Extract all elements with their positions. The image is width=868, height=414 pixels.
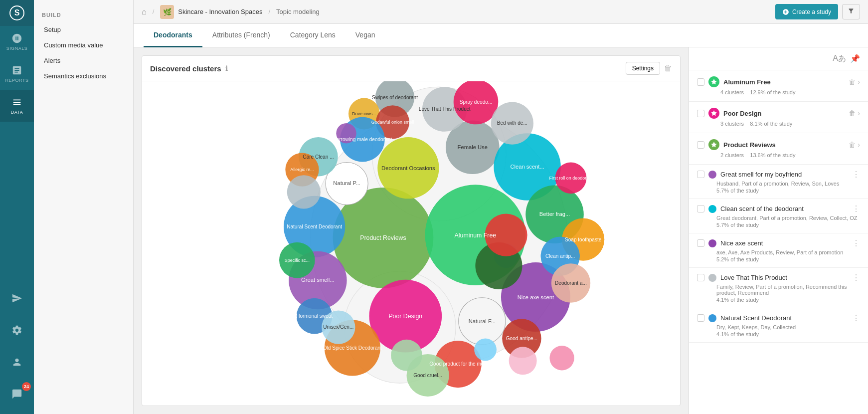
create-study-button[interactable]: Create a study (775, 4, 838, 19)
aluminum-free-pct: 12.9% of the study (750, 89, 795, 95)
svg-text:Nice axe scent: Nice axe scent (518, 294, 554, 300)
nice-axe-checkbox[interactable] (697, 239, 704, 247)
product-reviews-clusters: 2 clusters (720, 152, 744, 158)
nav-settings[interactable] (0, 314, 34, 346)
svg-text:Aluminum Free: Aluminum Free (455, 232, 497, 239)
svg-text:S: S (14, 8, 20, 17)
sidebar-item-setup[interactable]: Setup (34, 22, 133, 37)
clean-scent-tags: Great deodorant, Part of a promotion, Re… (716, 215, 860, 221)
love-that-tags: Family, Review, Part of a promotion, Rec… (716, 284, 860, 296)
sidebar-item-custom-media[interactable]: Custom media value (34, 37, 133, 53)
svg-text:Hormonal sweat: Hormonal sweat (296, 313, 333, 319)
natural-scent-tags: Dry, Kept, Keeps, Day, Collected (716, 324, 860, 330)
settings-button[interactable]: Settings (626, 62, 660, 75)
great-smell-more[interactable]: ⋮ (852, 170, 860, 179)
clean-scent-dot (708, 205, 716, 213)
great-smell-checkbox[interactable] (697, 171, 704, 178)
svg-text:Product Reviews: Product Reviews (360, 234, 406, 241)
clean-scent-more[interactable]: ⋮ (852, 204, 860, 213)
svg-text:Deodorant Occasions: Deodorant Occasions (381, 165, 435, 171)
great-smell-dot (708, 171, 716, 179)
love-that-checkbox[interactable] (697, 274, 704, 281)
tab-vegan[interactable]: Vegan (346, 24, 385, 47)
cluster-info-icon[interactable]: ℹ (225, 64, 228, 72)
page-name: Topic modeling (276, 8, 320, 15)
aluminum-free-checkbox[interactable] (697, 78, 704, 86)
natural-scent-pct: 4.1% of the study (716, 331, 860, 337)
great-smell-name: Great smell for my boyfriend (720, 171, 848, 178)
nav-reports[interactable]: REPORTS (0, 58, 34, 90)
delete-button[interactable]: 🗑 (664, 62, 672, 75)
poor-design-pct: 8.1% of the study (750, 121, 792, 127)
pin-icon[interactable]: 📌 (850, 54, 860, 63)
cluster-group-poor-design: Poor Design 🗑 › 3 clusters 8.1% of the s… (689, 102, 868, 133)
clean-scent-checkbox[interactable] (697, 205, 704, 212)
clean-scent-name: Clean scent of the deodorant (720, 205, 848, 212)
translate-icon[interactable]: Aあ (833, 53, 846, 64)
aluminum-free-group-icon (708, 76, 719, 87)
svg-text:Spray deodo...: Spray deodo... (460, 99, 493, 105)
cluster-header: Discovered clusters ℹ Settings 🗑 (142, 56, 680, 81)
love-that-more[interactable]: ⋮ (852, 273, 860, 282)
natural-scent-more[interactable]: ⋮ (852, 313, 860, 323)
natural-scent-checkbox[interactable] (697, 314, 704, 322)
svg-text:Specific sc...: Specific sc... (285, 258, 310, 263)
natural-scent-name: Natural Scent Deodorant (720, 314, 848, 322)
nav-signals[interactable]: SIGNALS (0, 26, 34, 58)
nav-user[interactable] (0, 346, 34, 378)
product-reviews-name: Product Reviews (723, 141, 845, 149)
svg-text:Good product for the men: Good product for the men (429, 361, 487, 367)
svg-point-41 (287, 175, 321, 208)
nav-send[interactable] (0, 282, 34, 314)
poor-design-checkbox[interactable] (697, 110, 704, 117)
cluster-item-nice-axe: Nice axe scent ⋮ axe, Axe, Axe Products,… (689, 233, 868, 268)
svg-point-40 (474, 339, 497, 361)
tab-attributes-french[interactable]: Attributes (French) (202, 24, 280, 47)
svg-text:Good cruel...: Good cruel... (413, 373, 442, 378)
aluminum-free-name: Aluminum Free (723, 78, 845, 86)
love-that-name: Love That This Product (720, 274, 848, 281)
svg-text:Allergic re...: Allergic re... (290, 167, 314, 172)
poor-design-chevron[interactable]: › (858, 109, 860, 117)
chat-badge: 24 (22, 382, 31, 391)
nav-data[interactable]: DATA (0, 90, 34, 122)
svg-text:First roll on deodorant: First roll on deodorant (549, 176, 593, 181)
poor-design-delete[interactable]: 🗑 (849, 109, 856, 117)
sidebar-item-semantics[interactable]: Semantics exclusions (34, 68, 133, 84)
cluster-item-clean-scent: Clean scent of the deodorant ⋮ Great deo… (689, 199, 868, 233)
nice-axe-dot (708, 239, 716, 247)
nav-reports-label: REPORTS (5, 78, 29, 83)
product-reviews-delete[interactable]: 🗑 (849, 141, 856, 149)
svg-text:Dove invis...: Dove invis... (352, 111, 376, 116)
svg-text:Female Use: Female Use (458, 144, 488, 150)
svg-text:Clean scent...: Clean scent... (510, 164, 544, 170)
tab-bar: Deodorants Attributes (French) Category … (134, 24, 868, 47)
tab-category-lens[interactable]: Category Lens (280, 24, 346, 47)
great-smell-tags: Husband, Part of a promotion, Review, So… (716, 181, 860, 187)
svg-text:Godawful onion smell: Godawful onion smell (371, 120, 414, 125)
nav-chat[interactable]: 24 (0, 378, 34, 410)
nav-signals-label: SIGNALS (6, 46, 28, 51)
breadcrumb-brand: 🌿 Skincare - Innovation Spaces (160, 5, 262, 19)
svg-text:Swipes of deodorant: Swipes of deodorant (372, 95, 418, 100)
svg-text:Deodorant a...: Deodorant a... (555, 280, 587, 286)
nice-axe-more[interactable]: ⋮ (852, 238, 860, 248)
content-area: Discovered clusters ℹ Settings 🗑 (134, 47, 868, 414)
clean-scent-pct: 5.7% of the study (716, 222, 860, 228)
svg-text:Natural F...: Natural F... (469, 318, 496, 324)
product-reviews-group-icon (708, 139, 719, 150)
product-reviews-chevron[interactable]: › (858, 141, 860, 149)
sidebar-item-alerts[interactable]: Alerts (34, 53, 133, 68)
aluminum-free-chevron[interactable]: › (858, 78, 860, 86)
main-content: ⌂ / 🌿 Skincare - Innovation Spaces / Top… (134, 0, 868, 414)
aluminum-free-clusters: 4 clusters (720, 89, 744, 95)
filter-button[interactable] (842, 4, 860, 19)
tab-deodorants[interactable]: Deodorants (144, 24, 202, 47)
svg-point-45 (549, 346, 574, 370)
cluster-item-natural-scent: Natural Scent Deodorant ⋮ Dry, Kept, Kee… (689, 308, 868, 343)
svg-text:Clean antip...: Clean antip... (545, 253, 575, 259)
home-icon[interactable]: ⌂ (142, 7, 147, 16)
product-reviews-checkbox[interactable] (697, 141, 704, 149)
breadcrumb-separator-2: / (268, 8, 270, 15)
aluminum-free-delete[interactable]: 🗑 (849, 78, 856, 86)
